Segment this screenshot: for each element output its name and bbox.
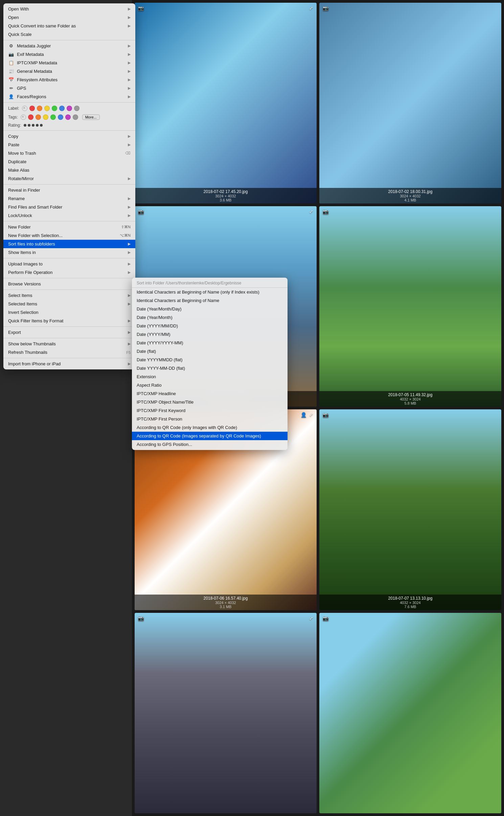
menu-item-quick-scale[interactable]: Quick Scale <box>3 30 135 39</box>
menu-item-upload-images[interactable]: Upload Images to ▶ <box>3 260 135 268</box>
photo-dimensions: 3024 × 4032 <box>320 194 501 198</box>
submenu-item-iptc-headline[interactable]: IPTC/XMP Headline <box>132 389 288 398</box>
rating-row: Rating: <box>3 122 135 129</box>
tag-red[interactable] <box>28 114 33 120</box>
menu-item-open-with[interactable]: Open With ▶ <box>3 5 135 13</box>
submenu-item-date-yyyy-mm-dd[interactable]: Date (YYYY/MM/DD) <box>132 322 288 330</box>
tag-purple[interactable] <box>65 114 71 120</box>
submenu-item-date-yyyy-mm-dd-flat[interactable]: Date YYYY-MM-DD (flat) <box>132 364 288 372</box>
submenu-item-identical-index[interactable]: Identical Characters at Beginning of Nam… <box>132 288 288 296</box>
menu-separator <box>3 358 135 358</box>
color-blue[interactable] <box>59 106 65 111</box>
tag-yellow[interactable] <box>43 114 48 120</box>
photo-cell[interactable]: 📷 ⤢ <box>135 613 317 814</box>
menu-item-rotate-mirror[interactable]: Rotate/Mirror ▶ <box>3 174 135 183</box>
color-none[interactable] <box>22 106 27 111</box>
submenu-item-date-ym[interactable]: Date (Year/Month) <box>132 313 288 322</box>
submenu-item-aspect-ratio[interactable]: Aspect Ratio <box>132 381 288 389</box>
photo-cell[interactable]: 📷 2018-07-05 11.49.32.jpg 4032 × 3024 5.… <box>319 206 501 407</box>
menu-item-general-metadata[interactable]: 📰 General Metadata ▶ <box>3 67 135 76</box>
menu-item-export[interactable]: Export ▶ <box>3 328 135 337</box>
color-green[interactable] <box>52 106 57 111</box>
menu-item-show-items-in[interactable]: Show Items in ▶ <box>3 248 135 257</box>
more-button[interactable]: More... <box>82 114 100 120</box>
submenu-item-extension[interactable]: Extension <box>132 372 288 381</box>
rating-dot-5[interactable] <box>40 124 43 127</box>
arrow-right-icon: ▶ <box>128 94 131 99</box>
menu-item-iptc-xmp[interactable]: 📋 IPTC/XMP Metadata ▶ <box>3 59 135 67</box>
menu-item-move-to-trash[interactable]: Move to Trash ⌫ <box>3 149 135 157</box>
submenu-item-date-yyyymmdd-flat[interactable]: Date YYYYMMDD (flat) <box>132 356 288 364</box>
tag-orange[interactable] <box>36 114 41 120</box>
menu-item-faces-regions[interactable]: 👤 Faces/Regions ▶ <box>3 92 135 101</box>
submenu-item-date-flat[interactable]: Date (flat) <box>132 347 288 356</box>
menu-item-show-below-thumbnails[interactable]: Show below Thumbnails ▶ <box>3 340 135 348</box>
menu-separator <box>3 184 135 185</box>
menu-item-reveal-label: Reveal in Finder <box>8 188 40 193</box>
submenu-item-iptc-first-keyword[interactable]: IPTC/XMP First Keyword <box>132 406 288 415</box>
color-orange[interactable] <box>37 106 42 111</box>
menu-item-duplicate[interactable]: Duplicate <box>3 157 135 166</box>
menu-item-select-items[interactable]: Select Items ▶ <box>3 291 135 300</box>
photo-size: 3.1 MB <box>135 605 316 609</box>
menu-item-copy[interactable]: Copy ▶ <box>3 132 135 141</box>
menu-item-make-alias[interactable]: Make Alias <box>3 166 135 174</box>
tag-none[interactable] <box>21 114 26 120</box>
tag-green[interactable] <box>50 114 56 120</box>
tag-gray[interactable] <box>73 114 78 120</box>
menu-item-sort-files[interactable]: Sort files into subfolders ▶ <box>3 240 135 248</box>
color-yellow[interactable] <box>44 106 50 111</box>
menu-item-paste[interactable]: Paste ▶ <box>3 141 135 149</box>
rating-dot-4[interactable] <box>36 124 39 127</box>
submenu-item-qr-separated[interactable]: According to QR Code (Images separated b… <box>132 432 288 440</box>
submenu-item-gps-position[interactable]: According to GPS Position... <box>132 440 288 449</box>
menu-item-filesystem[interactable]: 📅 Filesystem Attributes ▶ <box>3 76 135 84</box>
submenu-item-date-yyyy-yyyy-mm[interactable]: Date (YYYY/YYYY-MM) <box>132 339 288 347</box>
photo-info: 2018-07-02 17.45.20.jpg 3024 × 4032 3.6 … <box>135 188 317 203</box>
color-red[interactable] <box>29 106 35 111</box>
menu-item-browse-versions[interactable]: Browse Versions <box>3 280 135 288</box>
menu-item-import-iphone[interactable]: Import from iPhone or iPad ▶ <box>3 360 135 368</box>
expand-icon: ⤢ <box>309 5 313 11</box>
rating-dot-1[interactable] <box>24 124 26 127</box>
tag-blue[interactable] <box>58 114 63 120</box>
menu-item-perform-file-op[interactable]: Perform File Operation ▶ <box>3 268 135 277</box>
menu-item-refresh-thumbnails[interactable]: Refresh Thumbnails F5 <box>3 348 135 357</box>
photo-cell[interactable]: 📷 ⤢ 2018-07-02 17.45.20.jpg 3024 × 4032 … <box>135 3 317 203</box>
menu-item-find-files[interactable]: Find Files and Smart Folder ▶ <box>3 203 135 211</box>
menu-item-quick-scale-label: Quick Scale <box>8 32 31 37</box>
submenu-item-qr-only[interactable]: According to QR Code (only Images with Q… <box>132 423 288 432</box>
rating-dot-3[interactable] <box>32 124 35 127</box>
menu-item-open[interactable]: Open ▶ <box>3 13 135 22</box>
color-purple[interactable] <box>67 106 72 111</box>
photo-cell[interactable]: 📷 2018-07-02 18.00.31.jpg 3024 × 4032 4.… <box>319 3 501 203</box>
submenu-item-iptc-object-name[interactable]: IPTC/XMP Object Name/Title <box>132 398 288 406</box>
menu-item-quick-filter[interactable]: Quick Filter Items by Format ▶ <box>3 317 135 325</box>
new-folder-shortcut: ⇧⌘N <box>121 225 131 229</box>
submenu-item-date-yyyy-mm[interactable]: Date (YYYY/MM) <box>132 330 288 339</box>
camera-icon: 📷 <box>323 5 328 11</box>
rating-dot-2[interactable] <box>28 124 30 127</box>
menu-item-exif-metadata[interactable]: 📷 Exif Metadata ▶ <box>3 50 135 59</box>
menu-item-rotate-label: Rotate/Mirror <box>8 176 34 181</box>
submenu-item-date-ymd[interactable]: Date (Year/Month/Day) <box>132 305 288 313</box>
photo-cell[interactable]: 📷 2018-07-07 13.13.10.jpg 4032 × 3024 7.… <box>319 409 501 610</box>
menu-item-lock-unlock[interactable]: Lock/Unlock ▶ <box>3 211 135 220</box>
menu-item-metadata-juggler[interactable]: ⚙ Metadata Juggler ▶ <box>3 42 135 50</box>
photo-cell[interactable]: 📷 <box>319 613 501 814</box>
gps-icon: ✏ <box>8 86 14 91</box>
menu-item-reveal-finder[interactable]: Reveal in Finder <box>3 186 135 194</box>
menu-item-gps[interactable]: ✏ GPS ▶ <box>3 84 135 92</box>
menu-item-invert-selection[interactable]: Invert Selection <box>3 308 135 317</box>
menu-item-selected-items[interactable]: Selected Items ▶ <box>3 300 135 308</box>
submenu-item-iptc-first-person[interactable]: IPTC/XMP First Person <box>132 415 288 423</box>
menu-item-new-folder-selection[interactable]: New Folder with Selection... ⌥⌘N <box>3 231 135 240</box>
photo-thumb <box>319 3 501 203</box>
menu-item-open-with-label: Open With <box>8 6 29 12</box>
menu-item-new-folder[interactable]: New Folder ⇧⌘N <box>3 223 135 231</box>
arrow-right-icon: ▶ <box>128 86 131 90</box>
menu-item-quick-convert[interactable]: Quick Convert into same Folder as ▶ <box>3 22 135 30</box>
submenu-item-identical-chars[interactable]: Identical Characters at Beginning of Nam… <box>132 296 288 305</box>
color-gray[interactable] <box>74 106 79 111</box>
menu-item-rename[interactable]: Rename ▶ <box>3 194 135 203</box>
